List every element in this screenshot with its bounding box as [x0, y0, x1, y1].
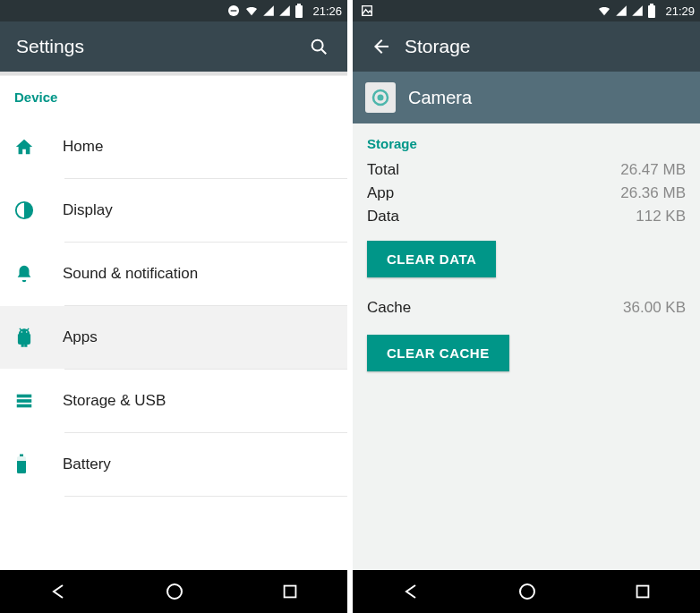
nav-back-button[interactable] [400, 581, 422, 602]
list-item-sound[interactable]: Sound & notification [0, 243, 347, 305]
list-item-label: Display [63, 201, 113, 219]
signal-icon-1 [615, 4, 627, 17]
section-header-storage: Storage [367, 123, 686, 158]
clear-data-button[interactable]: CLEAR DATA [367, 241, 496, 277]
svg-rect-3 [297, 4, 301, 5]
row-label: Cache [367, 299, 411, 317]
signal-icon-1 [262, 4, 275, 17]
list-item-label: Home [63, 138, 103, 156]
list-item-label: Apps [63, 328, 98, 346]
status-bar: 21:26 [0, 0, 347, 21]
svg-rect-13 [20, 455, 23, 457]
app-bar: Storage [353, 21, 700, 72]
nav-bar [353, 570, 700, 613]
row-total: Total 26.47 MB [367, 158, 686, 182]
back-button[interactable] [363, 29, 399, 64]
display-icon [14, 200, 50, 220]
row-cache: Cache 36.00 KB [367, 294, 686, 322]
row-value: 26.47 MB [620, 161, 686, 179]
row-app: App 26.36 MB [367, 182, 686, 205]
list-item-battery[interactable]: Battery [0, 433, 347, 496]
status-bar: 21:29 [353, 0, 700, 21]
svg-rect-2 [295, 5, 303, 18]
row-value: 36.00 KB [623, 299, 686, 317]
battery-icon [14, 454, 50, 475]
android-icon [14, 328, 50, 347]
wifi-icon [597, 4, 611, 18]
app-name: Camera [408, 88, 472, 108]
list-item-storage[interactable]: Storage & USB [0, 370, 347, 432]
svg-rect-16 [285, 586, 296, 598]
storage-icon [14, 391, 50, 411]
row-value: 112 KB [636, 208, 686, 226]
row-label: Data [367, 208, 399, 226]
svg-point-7 [21, 331, 22, 332]
status-time: 21:29 [665, 4, 695, 18]
svg-point-21 [378, 95, 384, 101]
svg-rect-9 [17, 395, 32, 398]
status-time: 21:26 [312, 4, 342, 18]
list-item-display[interactable]: Display [0, 179, 347, 242]
app-header-camera: Camera [353, 72, 700, 123]
svg-rect-14 [17, 456, 26, 461]
svg-point-15 [167, 584, 182, 599]
phone-right: 21:29 Storage Camera Storage Total 26.47… [353, 0, 700, 613]
nav-back-button[interactable] [47, 581, 69, 602]
dnd-icon [226, 4, 241, 18]
search-icon [309, 37, 329, 56]
battery-icon [295, 4, 303, 18]
svg-rect-10 [17, 399, 32, 403]
list-item-label: Sound & notification [63, 265, 198, 283]
clear-cache-button[interactable]: CLEAR CACHE [367, 335, 509, 371]
svg-rect-1 [231, 10, 237, 11]
phone-left: 21:26 Settings Device Home Display [0, 0, 347, 613]
svg-rect-18 [648, 5, 655, 18]
wifi-icon [244, 4, 259, 18]
search-button[interactable] [301, 29, 337, 64]
nav-bar [0, 570, 347, 613]
svg-point-4 [312, 40, 323, 51]
settings-list: Home Display Sound & notification Apps [0, 115, 347, 570]
svg-rect-19 [650, 4, 653, 5]
svg-point-22 [520, 584, 534, 599]
camera-app-icon [365, 82, 396, 113]
bell-icon [14, 264, 50, 284]
list-item-label: Battery [63, 455, 111, 473]
page-title: Storage [405, 36, 689, 57]
list-item-label: Storage & USB [63, 392, 166, 410]
nav-recent-button[interactable] [633, 582, 653, 601]
svg-rect-23 [637, 586, 649, 598]
section-header-device: Device [0, 77, 347, 115]
list-item-home[interactable]: Home [0, 115, 347, 178]
row-label: App [367, 184, 394, 202]
app-bar: Settings [0, 21, 347, 72]
svg-line-5 [321, 49, 326, 54]
nav-home-button[interactable] [164, 581, 185, 602]
signal-icon-2 [631, 4, 644, 17]
row-data: Data 112 KB [367, 205, 686, 228]
arrow-back-icon [371, 36, 392, 57]
list-item-apps[interactable]: Apps [0, 306, 347, 369]
nav-recent-button[interactable] [280, 582, 300, 601]
home-icon [14, 137, 50, 157]
svg-point-8 [26, 331, 27, 332]
divider [64, 496, 347, 497]
row-value: 26.36 MB [620, 184, 686, 202]
svg-rect-11 [17, 404, 32, 408]
page-title: Settings [16, 36, 301, 57]
row-label: Total [367, 161, 399, 179]
signal-icon-2 [278, 4, 291, 17]
nav-home-button[interactable] [516, 581, 538, 602]
battery-icon [647, 4, 656, 18]
screenshot-icon [360, 4, 374, 18]
storage-content: Storage Total 26.47 MB App 26.36 MB Data… [353, 123, 700, 570]
